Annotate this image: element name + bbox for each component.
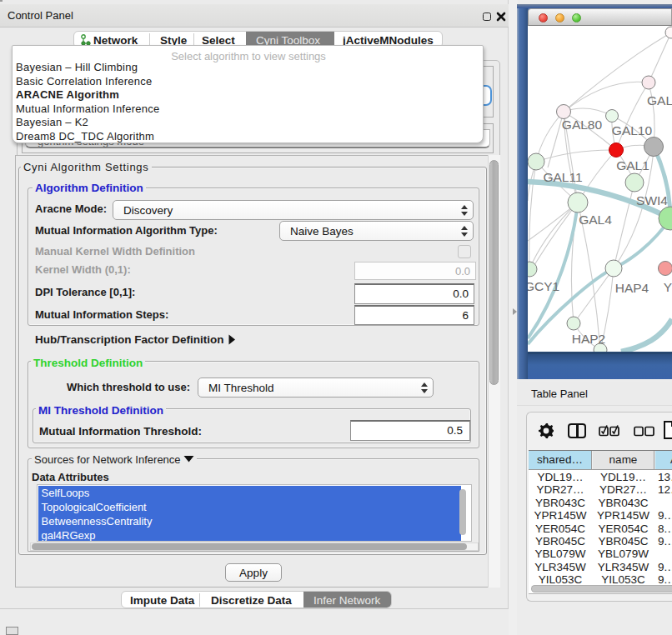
svg-text:GCY1: GCY1 <box>528 279 559 293</box>
svg-text:HAP4: HAP4 <box>615 281 649 295</box>
svg-text:GAL1: GAL1 <box>616 158 649 172</box>
svg-text:Y: Y <box>664 280 672 294</box>
svg-text:SWI4: SWI4 <box>636 193 668 208</box>
svg-text:GAL80: GAL80 <box>562 118 603 132</box>
svg-text:GAL2: GAL2 <box>647 93 672 108</box>
svg-text:HAP2: HAP2 <box>572 332 606 346</box>
svg-text:GAL11: GAL11 <box>543 170 582 184</box>
svg-text:GAL10: GAL10 <box>612 123 653 138</box>
svg-text:GAL4: GAL4 <box>579 212 612 227</box>
